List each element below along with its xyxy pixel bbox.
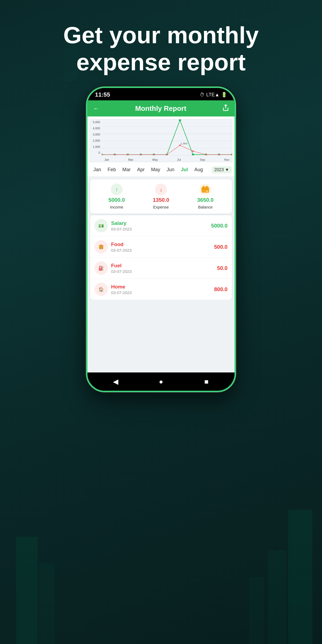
balance-icon: [199, 184, 211, 195]
svg-point-23: [153, 154, 155, 155]
svg-point-28: [218, 154, 220, 155]
tab-jul[interactable]: Jul: [178, 165, 191, 174]
food-info: Food 03-07-2023: [111, 241, 211, 253]
svg-point-27: [205, 154, 207, 155]
app-header: ← Monthly Report: [87, 100, 235, 116]
transaction-item[interactable]: ⛽ Fuel 03-07-2023 50.0: [90, 258, 232, 279]
home-date: 03-07-2023: [111, 290, 211, 295]
battery-icon: 🔋: [221, 92, 227, 98]
food-name: Food: [111, 241, 211, 247]
y-label-5000: 5,000: [90, 120, 101, 124]
month-tabs: Jan Feb Mar Apr May Jun Jul Aug 2023 ▼: [87, 163, 235, 177]
income-icon: ↑: [111, 184, 123, 195]
tab-feb[interactable]: Feb: [104, 165, 119, 174]
year-value: 2023: [214, 167, 224, 172]
fuel-amount: 50.0: [217, 265, 228, 271]
svg-point-21: [127, 154, 129, 155]
hero-section: Get your monthly expense report: [63, 21, 259, 76]
tab-may[interactable]: May: [148, 165, 163, 174]
salary-name: Salary: [111, 220, 208, 226]
svg-point-24: [166, 154, 168, 155]
svg-rect-31: [202, 187, 209, 193]
expense-icon: ↓: [155, 184, 167, 195]
home-icon: 🏠: [94, 283, 108, 296]
svg-rect-32: [202, 189, 209, 189]
chart-svg-container: 5,000: [102, 119, 232, 155]
year-selector[interactable]: 2023 ▼: [212, 166, 232, 173]
balance-value: 3650.0: [197, 197, 214, 203]
fuel-date: 03-07-2023: [111, 269, 214, 274]
bottom-spacer: [87, 300, 235, 372]
salary-info: Salary 03-07-2023: [111, 220, 208, 231]
salary-amount: 5000.0: [211, 223, 228, 229]
svg-rect-35: [206, 191, 208, 192]
status-icons: ⏱ LTE▲ 🔋: [200, 92, 227, 98]
y-label-0: 0: [90, 151, 101, 154]
header-title: Monthly Report: [135, 104, 186, 113]
y-label-3000: 3,000: [90, 133, 101, 136]
x-label-mar: Mar: [128, 158, 133, 161]
svg-point-22: [140, 154, 142, 155]
transaction-item[interactable]: 💵 Salary 03-07-2023 5000.0: [90, 215, 232, 236]
chart-area: 0 1,000 2,000 3,000 4,000 5,000: [87, 116, 235, 163]
expense-value: 1350.0: [153, 197, 169, 203]
home-info: Home 03-07-2023: [111, 284, 211, 295]
status-bar: 11:55 ⏱ LTE▲ 🔋: [87, 88, 235, 100]
hero-title: Get your monthly expense report: [63, 21, 259, 76]
expense-label: Expense: [153, 205, 169, 209]
nav-recents-button[interactable]: ■: [201, 376, 212, 387]
home-name: Home: [111, 284, 211, 290]
expense-summary: ↓ 1350.0 Expense: [153, 184, 169, 209]
svg-text:🍔: 🍔: [98, 244, 104, 250]
svg-text:💵: 💵: [98, 223, 104, 228]
nav-home-button[interactable]: ●: [156, 376, 166, 387]
tab-apr[interactable]: Apr: [134, 165, 148, 174]
y-label-4000: 4,000: [90, 127, 101, 130]
share-button[interactable]: [222, 104, 229, 113]
x-label-nov: Nov: [224, 158, 229, 161]
income-value: 5000.0: [108, 197, 125, 203]
tab-aug[interactable]: Aug: [191, 165, 206, 174]
x-label-jul: Jul: [177, 158, 181, 161]
tab-jun[interactable]: Jun: [163, 165, 178, 174]
y-label-2000: 2,000: [90, 139, 101, 142]
balance-label: Balance: [198, 205, 213, 209]
transaction-item[interactable]: 🍔 Food 03-07-2023 500.0: [90, 236, 232, 258]
svg-point-20: [114, 154, 115, 155]
svg-text:5,000: 5,000: [173, 119, 180, 120]
svg-text:🏠: 🏠: [98, 287, 104, 292]
nav-back-button[interactable]: ◀: [110, 376, 121, 387]
food-icon: 🍔: [94, 240, 108, 254]
summary-card: ↑ 5000.0 Income ↓ 1350.0 Expense: [90, 179, 232, 214]
status-time: 11:55: [95, 91, 110, 98]
phone-frame: 11:55 ⏱ LTE▲ 🔋 ← Monthly Report 0 1,000: [86, 86, 236, 392]
transaction-list: 💵 Salary 03-07-2023 5000.0 🍔: [90, 215, 232, 300]
x-label-may: May: [152, 158, 158, 161]
svg-point-14: [192, 153, 194, 155]
svg-point-26: [192, 151, 194, 152]
salary-date: 03-07-2023: [111, 227, 208, 231]
bottom-navigation: ◀ ● ■: [87, 372, 235, 391]
x-label-jan: Jan: [104, 158, 109, 161]
income-summary: ↑ 5000.0 Income: [108, 184, 125, 209]
x-label-sep: Sep: [200, 158, 205, 161]
screen-content: 0 1,000 2,000 3,000 4,000 5,000: [87, 116, 235, 372]
food-amount: 500.0: [214, 244, 228, 250]
chart-y-axis: 0 1,000 2,000 3,000 4,000 5,000: [90, 119, 102, 155]
svg-text:⛽: ⛽: [98, 266, 104, 271]
transaction-item[interactable]: 🏠 Home 03-07-2023 800.0: [90, 279, 232, 300]
y-label-1000: 1,000: [90, 145, 101, 148]
svg-text:1,350: 1,350: [180, 142, 188, 145]
fuel-name: Fuel: [111, 263, 214, 269]
fuel-icon: ⛽: [94, 261, 108, 275]
chevron-down-icon: ▼: [225, 167, 229, 172]
food-date: 03-07-2023: [111, 248, 211, 253]
balance-summary: 3650.0 Balance: [197, 184, 214, 209]
income-label: Income: [110, 205, 123, 209]
back-button[interactable]: ←: [93, 105, 99, 112]
svg-rect-33: [203, 186, 205, 188]
svg-rect-34: [206, 186, 208, 188]
tab-mar[interactable]: Mar: [119, 165, 134, 174]
tab-jan[interactable]: Jan: [90, 165, 104, 174]
salary-icon: 💵: [94, 219, 108, 232]
